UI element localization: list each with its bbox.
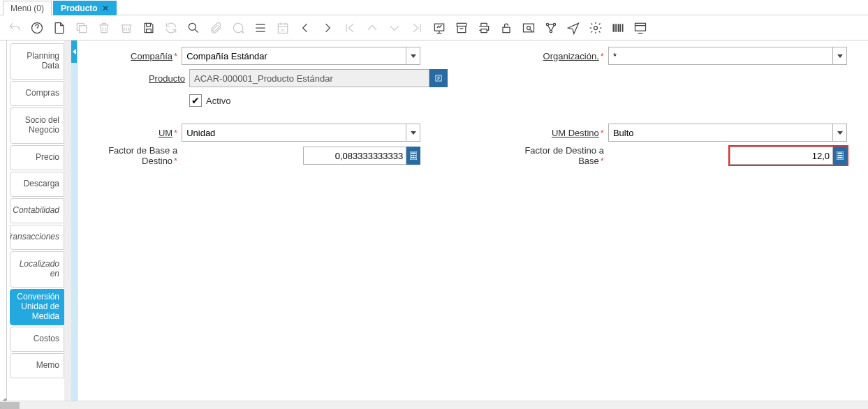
copy-record-icon[interactable] <box>74 20 89 36</box>
sidebar-item-label: Contabilidad <box>13 206 59 216</box>
svg-rect-28 <box>841 155 843 156</box>
label-factor-bd: Factor de Base a Destino* <box>84 145 182 166</box>
svg-point-11 <box>553 23 555 25</box>
label-activo: Activo <box>206 96 230 106</box>
sidebar-item-label: Planning Data <box>13 52 59 71</box>
producto-value: ACAR-000001_Producto Estándar <box>194 73 333 84</box>
label-um-destino: UM Destino* <box>504 128 608 138</box>
um-dropdown-icon[interactable] <box>406 124 420 142</box>
nav-prev-icon[interactable] <box>297 20 313 36</box>
bottom-scrollbar[interactable] <box>0 401 868 409</box>
sidebar-item-label: Compras <box>25 89 59 98</box>
delete-all-icon[interactable] <box>119 20 134 36</box>
svg-rect-1 <box>80 25 87 32</box>
label-producto: Producto <box>84 73 189 84</box>
print-icon[interactable] <box>476 20 492 36</box>
factor-bd-calc-icon[interactable] <box>406 147 420 165</box>
sidebar-item-planning-data[interactable]: Planning Data <box>10 43 64 80</box>
chat-icon[interactable] <box>230 20 246 36</box>
new-record-icon[interactable] <box>52 20 67 36</box>
help-icon[interactable] <box>29 20 45 36</box>
producto-lookup-icon[interactable] <box>429 69 448 87</box>
sidebar-item-localizado-en[interactable]: Localizado en <box>10 251 64 288</box>
factor-db-calc-icon[interactable] <box>833 147 847 165</box>
nav-up-icon[interactable] <box>365 20 380 36</box>
collapse-knob-icon[interactable] <box>71 40 77 63</box>
svg-rect-7 <box>503 27 510 32</box>
grid-toggle-icon[interactable] <box>253 20 268 36</box>
sidebar-item-conversion-um[interactable]: Conversión Unidad de Medida <box>10 289 64 325</box>
sidebar-item-label: Socio del Negocio <box>13 116 59 135</box>
svg-rect-19 <box>413 155 414 156</box>
organizacion-field[interactable] <box>608 47 833 65</box>
send-icon[interactable] <box>566 20 581 36</box>
activo-checkbox[interactable] <box>189 94 202 107</box>
svg-point-13 <box>594 26 598 29</box>
screen-icon[interactable] <box>633 20 648 36</box>
compania-dropdown-icon[interactable] <box>406 47 420 65</box>
factor-bd-field[interactable] <box>303 147 406 165</box>
sidebar-item-label: Memo <box>36 361 59 371</box>
producto-field: ACAR-000001_Producto Estándar <box>189 69 429 87</box>
sidebar-item-label: Localizado en <box>13 260 59 279</box>
nav-first-icon[interactable] <box>342 20 358 36</box>
svg-rect-8 <box>524 24 534 32</box>
sidebar-item-descarga[interactable]: Descarga <box>10 172 64 197</box>
tab-menu[interactable]: Menú (0) <box>3 1 52 15</box>
sidebar-item-costos[interactable]: Costos <box>10 327 64 352</box>
compania-field[interactable] <box>182 47 406 65</box>
attachment-icon[interactable] <box>208 20 223 36</box>
zoom-across-icon[interactable] <box>521 20 536 36</box>
close-tab-icon[interactable]: ✕ <box>102 3 109 13</box>
delete-icon[interactable] <box>96 20 112 36</box>
svg-rect-31 <box>841 157 843 158</box>
refresh-icon[interactable] <box>163 20 179 36</box>
svg-rect-21 <box>411 157 413 158</box>
label-factor-db: Factor de Destino a Base* <box>504 145 608 166</box>
factor-db-field[interactable] <box>730 147 833 165</box>
archive-icon[interactable] <box>454 20 469 36</box>
svg-rect-18 <box>411 155 413 156</box>
barcode-icon[interactable] <box>610 20 626 36</box>
svg-rect-25 <box>838 153 843 154</box>
save-icon[interactable] <box>141 20 156 36</box>
svg-point-10 <box>546 23 548 25</box>
svg-rect-6 <box>457 23 466 26</box>
svg-text:31: 31 <box>281 28 285 32</box>
sidebar-item-compras[interactable]: Compras <box>10 81 64 106</box>
organizacion-dropdown-icon[interactable] <box>833 47 847 65</box>
tab-menu-label: Menú (0) <box>10 3 44 13</box>
sidebar-item-socio-negocio[interactable]: Socio del Negocio <box>10 107 64 144</box>
svg-point-12 <box>550 30 552 32</box>
toolbar: 31 <box>0 15 868 40</box>
edge-strip <box>0 40 7 409</box>
collapse-handle[interactable] <box>71 40 77 409</box>
um-destino-field[interactable] <box>608 124 833 142</box>
svg-rect-27 <box>839 155 841 156</box>
nav-down-icon[interactable] <box>387 20 402 36</box>
sidebar-item-label: Conversión Unidad de Medida <box>13 292 59 321</box>
scroll-thumb[interactable] <box>0 402 20 409</box>
svg-rect-20 <box>415 155 416 156</box>
um-destino-dropdown-icon[interactable] <box>833 124 847 142</box>
workflow-icon[interactable] <box>543 20 559 36</box>
sidebar-item-transacciones[interactable]: Transacciones <box>10 225 64 250</box>
tab-producto[interactable]: Producto ✕ <box>53 1 117 15</box>
nav-last-icon[interactable] <box>409 20 425 36</box>
svg-rect-26 <box>838 155 839 156</box>
sidebar-item-precio[interactable]: Precio <box>10 145 64 170</box>
sidebar-scrollbar[interactable] <box>64 40 71 409</box>
um-field[interactable] <box>182 124 406 142</box>
gear-icon[interactable] <box>588 20 603 36</box>
report-icon[interactable] <box>432 20 447 36</box>
svg-point-2 <box>189 23 196 30</box>
svg-rect-23 <box>415 157 416 158</box>
sidebar-item-label: Precio <box>36 153 59 163</box>
lock-icon[interactable] <box>499 20 514 36</box>
sidebar-item-contabilidad[interactable]: Contabilidad <box>10 198 64 223</box>
nav-next-icon[interactable] <box>320 20 335 36</box>
undo-icon[interactable] <box>7 20 22 36</box>
sidebar-item-memo[interactable]: Memo <box>10 353 64 378</box>
calendar-icon[interactable]: 31 <box>275 20 290 36</box>
search-icon[interactable] <box>186 20 201 36</box>
